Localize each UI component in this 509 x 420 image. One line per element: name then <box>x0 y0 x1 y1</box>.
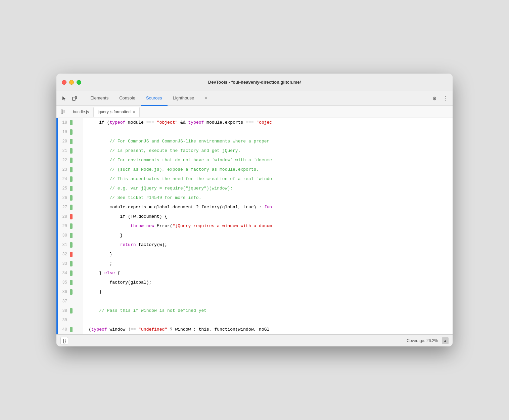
coverage-indicator-24 <box>70 176 73 182</box>
code-line-31: return factory(w); <box>89 240 453 250</box>
svg-rect-2 <box>61 110 63 114</box>
window-title: DevTools - foul-heavenly-direction.glitc… <box>208 80 301 85</box>
code-editor[interactable]: if (typeof module === "object" && typeof… <box>83 118 453 334</box>
code-line-23: // (such as Node.js), expose a factory a… <box>89 165 453 174</box>
code-line-30: } <box>89 231 453 240</box>
code-line-32: } <box>89 250 453 259</box>
coverage-indicator-22 <box>70 158 73 163</box>
bottom-bar: {} Coverage: 26.2% ▲ <box>56 334 453 346</box>
coverage-indicator-27 <box>70 205 73 210</box>
device-icon[interactable] <box>70 94 79 103</box>
line-row-37: 37 <box>56 297 83 306</box>
coverage-indicator-35 <box>70 280 73 285</box>
scroll-up-button[interactable]: ▲ <box>442 337 449 344</box>
code-line-35: factory(global); <box>89 278 453 287</box>
line-row-38: 38 <box>56 306 83 316</box>
svg-rect-0 <box>73 97 75 100</box>
coverage-label: Coverage: 26.2% <box>407 338 438 343</box>
coverage-indicator-23 <box>70 167 73 172</box>
line-row-29: 29 <box>56 221 83 231</box>
minimize-button[interactable] <box>69 80 74 85</box>
code-line-24: // This accentuates the need for the cre… <box>89 174 453 184</box>
coverage-indicator-28 <box>70 214 73 219</box>
code-line-39 <box>89 316 453 325</box>
pretty-print-button[interactable]: {} <box>60 337 68 344</box>
code-line-33: ; <box>89 259 453 268</box>
line-row-22: 22 <box>56 156 83 165</box>
toolbar-divider <box>82 94 82 102</box>
code-line-37 <box>89 297 453 306</box>
code-line-20: // For CommonJS and CommonJS-like enviro… <box>89 137 453 146</box>
line-row-25: 25 <box>56 184 83 193</box>
more-options-icon[interactable]: ⋮ <box>441 94 450 103</box>
line-row-28: 28 <box>56 212 83 221</box>
devtools-window: DevTools - foul-heavenly-direction.glitc… <box>56 74 453 346</box>
code-line-36: } <box>89 287 453 297</box>
file-tree-toggle[interactable] <box>58 107 68 117</box>
coverage-indicator-33 <box>70 261 73 266</box>
code-line-21: // is present, execute the factory and g… <box>89 146 453 156</box>
cursor-icon[interactable] <box>59 94 68 103</box>
code-line-18: if (typeof module === "object" && typeof… <box>89 118 453 127</box>
line-row-26: 26 <box>56 193 83 203</box>
coverage-indicator-29 <box>70 223 73 229</box>
title-bar: DevTools - foul-heavenly-direction.glitc… <box>56 74 453 91</box>
tab-elements[interactable]: Elements <box>85 91 114 106</box>
coverage-indicator-30 <box>70 233 73 238</box>
code-line-19 <box>89 127 453 137</box>
tab-console[interactable]: Console <box>114 91 141 106</box>
coverage-indicator-18 <box>70 120 73 125</box>
tab-more[interactable]: » <box>199 91 213 106</box>
coverage-indicator-21 <box>70 148 73 154</box>
tab-lighthouse[interactable]: Lighthouse <box>168 91 200 106</box>
line-row-34: 34 <box>56 268 83 278</box>
close-button[interactable] <box>62 80 66 85</box>
coverage-indicator-19 <box>70 129 73 135</box>
code-line-34: } else { <box>89 268 453 278</box>
coverage-indicator-38 <box>70 308 73 313</box>
line-number-gutter: 18 19 20 21 22 23 <box>56 118 83 334</box>
line-row-40: 40 <box>56 325 83 334</box>
maximize-button[interactable] <box>77 80 81 85</box>
coverage-indicator-34 <box>70 270 73 276</box>
code-line-26: // See ticket #14549 for more info. <box>89 193 453 203</box>
line-row-30: 30 <box>56 231 83 240</box>
settings-icon[interactable]: ⚙ <box>430 94 439 103</box>
editor-area: 18 19 20 21 22 23 <box>56 118 453 334</box>
coverage-indicator-40 <box>70 327 73 332</box>
file-tabs: bundle.js jquery.js:formatted × <box>56 106 453 118</box>
coverage-indicator-39 <box>70 318 73 323</box>
line-row-35: 35 <box>56 278 83 287</box>
line-row-36: 36 <box>56 287 83 297</box>
line-row-19: 19 <box>56 127 83 137</box>
line-row-23: 23 <box>56 165 83 174</box>
code-line-40: (typeof window !== "undefined" ? window … <box>89 325 453 334</box>
line-row-24: 24 <box>56 174 83 184</box>
line-row-31: 31 <box>56 240 83 250</box>
coverage-indicator-37 <box>70 299 73 304</box>
line-row-39: 39 <box>56 316 83 325</box>
line-row-18: 18 <box>56 118 83 127</box>
line-row-21: 21 <box>56 146 83 156</box>
bottom-left: {} <box>60 337 68 344</box>
coverage-indicator-25 <box>70 186 73 191</box>
line-row-32: 32 <box>56 250 83 259</box>
line-row-27: 27 <box>56 203 83 212</box>
line-row-33: 33 <box>56 259 83 268</box>
code-line-28: if (!w.document) { <box>89 212 453 221</box>
code-line-25: // e.g. var jQuery = require("jquery")(w… <box>89 184 453 193</box>
file-tab-bundle[interactable]: bundle.js <box>68 107 93 117</box>
devtools-toolbar: Elements Console Sources Lighthouse » ⚙ … <box>56 91 453 106</box>
traffic-lights <box>62 80 81 85</box>
file-tab-close-icon[interactable]: × <box>133 110 135 114</box>
file-tab-jquery[interactable]: jquery.js:formatted × <box>93 107 140 117</box>
coverage-indicator-20 <box>70 139 73 144</box>
coverage-indicator-36 <box>70 289 73 295</box>
tab-sources[interactable]: Sources <box>141 91 168 106</box>
svg-rect-1 <box>75 96 77 99</box>
code-line-27: module.exports = global.document ? facto… <box>89 203 453 212</box>
line-row-20: 20 <box>56 137 83 146</box>
code-line-29: throw new Error("jQuery requires a windo… <box>89 221 453 231</box>
code-line-38: // Pass this if window is not defined ye… <box>89 306 453 316</box>
code-line-22: // For environments that do not have a `… <box>89 156 453 165</box>
